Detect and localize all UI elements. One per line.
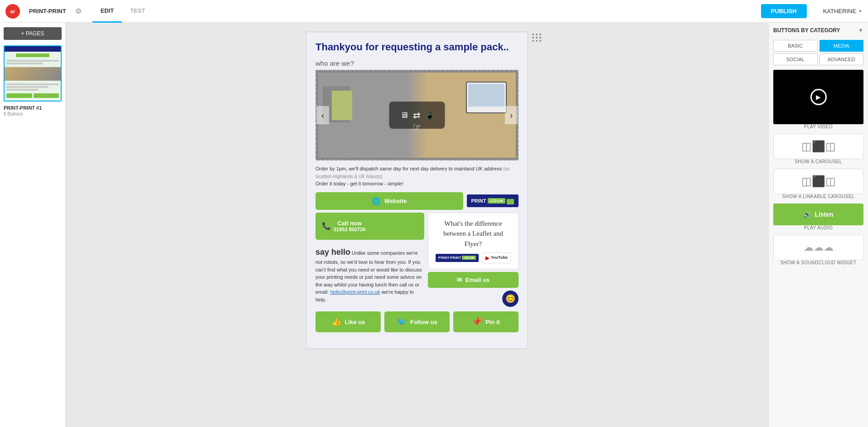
youtube-icon: ▶ [485,254,490,262]
smiley-badge: 😊 [502,291,519,307]
video-preview[interactable]: ▶ [773,70,863,124]
note-panel: What's the difference between a Leaflet … [428,213,519,270]
username-label: KATHERINE [823,8,856,15]
publish-button[interactable]: PUBLISH [761,4,807,18]
soundcloud-icon: ☁☁☁ [804,242,834,253]
note-logo-row: PRINT-PRINT.CO.UK ▶ YouTube [434,252,513,263]
chevron-down-icon: ▼ [858,9,863,14]
page-canvas: Thankyou for requesting a sample pack.. … [306,32,528,349]
show-carousel-widget: ◫⬛◫ SHOW A CAROUSEL [773,134,863,164]
page-name-label: PRINT-PRINT #1 [0,103,65,112]
soundcloud-label: SHOW A SOUNDCLOUD WIDGET [773,260,863,265]
call-label: Call now [334,220,365,227]
carousel-label: SHOW A CAROUSEL [773,159,863,164]
speaker-icon: 🔊 [803,211,811,218]
say-hello-email[interactable]: hello@print-print.co.uk [330,289,380,295]
say-hello-body: Unlike some companies we're not robots, … [315,250,422,295]
right-panel-header: BUTTONS BY CATEGORY ▼ [773,27,863,34]
follow-button[interactable]: 🐦 Follow us [384,311,450,332]
note-text: What's the difference between a Leaflet … [434,218,513,249]
say-hello-area: say hello Unlike some companies we're no… [315,243,424,307]
category-buttons: BASIC MEDIA SOCIAL ADVANCED [773,40,863,65]
cat-basic-button[interactable]: BASIC [773,40,818,52]
carousel-overlay: 🖥 ⇄ 📱 ☞ [389,102,445,129]
play-video-label: PLAY VIDEO [773,124,863,129]
carousel-widget-icon: ◫⬛◫ [801,140,836,153]
twitter-icon: 🐦 [397,317,407,327]
phone-icon: 📞 [322,222,331,230]
linkable-carousel-preview[interactable]: ◫⬛◫ [773,169,863,194]
website-row: 🌐 Website PRINT .CO.UK [315,192,519,210]
soundcloud-preview[interactable]: ☁☁☁ [773,235,863,260]
panel-title: BUTTONS BY CATEGORY [773,27,840,34]
carousel-prev-button[interactable]: ‹ [316,106,329,124]
canvas-title: Thankyou for requesting a sample pack.. [315,41,519,53]
panel-chevron-icon[interactable]: ▼ [858,27,863,34]
call-number: 01952 850730 [334,227,365,232]
topbar-tabs: EDIT TEST [92,0,154,23]
swap-icon: ⇄ [413,110,421,121]
website-button[interactable]: 🌐 Website [315,192,463,210]
audio-preview[interactable]: 🔊 Listen [773,204,863,225]
left-sidebar: + PAGES PRINT- [0,23,66,427]
screen-icon: 🖥 [400,111,408,120]
youtube-badge: ▶ YouTube [482,252,511,263]
linkable-carousel-icon: ◫⬛◫ [801,175,836,188]
topbar: ar PRINT-PRINT ⚙ EDIT TEST PUBLISH KATHE… [0,0,868,23]
badge-arrow [507,199,514,204]
page-preview [5,46,61,101]
linkable-carousel-widget: ◫⬛◫ SHOW A LINKABLE CAROUSEL [773,169,863,199]
soundcloud-widget: ☁☁☁ SHOW A SOUNDCLOUD WIDGET [773,235,863,265]
tab-test[interactable]: TEST [122,0,153,23]
pinterest-icon: 📌 [472,317,482,327]
cat-social-button[interactable]: SOCIAL [773,53,818,65]
center-canvas-area: Thankyou for requesting a sample pack.. … [66,23,768,427]
logo[interactable]: ar [5,4,20,19]
page-thumbnail[interactable] [4,45,62,102]
cat-media-button[interactable]: MEDIA [820,40,864,52]
who-label: who are we? [315,59,519,67]
add-pages-button[interactable]: + PAGES [4,27,62,40]
mobile-icon: 📱 [425,111,434,120]
right-panel: BUTTONS BY CATEGORY ▼ BASIC MEDIA SOCIAL… [768,23,868,427]
cat-advanced-button[interactable]: ADVANCED [820,53,864,65]
main-layout: + PAGES PRINT- [0,23,868,427]
carousel-area: 🖥 ⇄ 📱 ☞ ‹ › [315,70,519,160]
play-audio-label: PLAY AUDIO [773,225,863,230]
order-text-1: Order by 1pm, we'll dispatch same day fo… [315,166,502,171]
globe-icon: 🌐 [372,197,381,205]
app-title: PRINT-PRINT [29,8,66,15]
social-row: 👍 Like us 🐦 Follow us 📌 Pin it [315,311,519,332]
listen-label: Listen [815,211,833,218]
print-badge: PRINT .CO.UK [467,194,519,207]
play-video-widget: ▶ PLAY VIDEO [773,70,863,129]
who-section: who are we? [315,59,519,160]
email-note-col: What's the difference between a Leaflet … [428,213,519,307]
email-icon: ✉ [457,277,462,283]
who-left: who are we? [315,59,519,160]
order-section: Order by 1pm, we'll dispatch same day fo… [315,165,519,188]
like-button[interactable]: 👍 Like us [315,311,381,332]
carousel-next-button[interactable]: › [505,106,518,124]
user-menu[interactable]: KATHERINE ▼ [823,8,863,15]
pin-button[interactable]: 📌 Pin it [453,311,519,332]
print-print-logo: PRINT-PRINT.CO.UK [436,254,479,262]
play-audio-widget: 🔊 Listen PLAY AUDIO [773,204,863,230]
say-hello-heading: say hello [315,247,350,257]
order-text-2: Order it today - get it tomorrow - simpl… [315,181,403,186]
carousel-widget-preview[interactable]: ◫⬛◫ [773,134,863,159]
say-hello-text: say hello Unlike some companies we're no… [315,246,424,303]
play-icon: ▶ [810,89,827,105]
call-button[interactable]: 📞 Call now 01952 850730 [315,213,424,240]
email-button[interactable]: ✉ Email us [428,272,519,288]
call-email-left: 📞 Call now 01952 850730 say hello Unlike… [315,213,424,307]
tab-edit[interactable]: EDIT [92,0,122,23]
grid-menu-icon[interactable] [532,34,542,42]
call-email-row: 📞 Call now 01952 850730 say hello Unlike… [315,213,519,307]
settings-icon[interactable]: ⚙ [75,7,82,15]
page-buttons-count: 8 Buttons [0,112,65,120]
thumbs-up-icon: 👍 [331,317,341,327]
linkable-carousel-label: SHOW A LINKABLE CAROUSEL [773,194,863,199]
